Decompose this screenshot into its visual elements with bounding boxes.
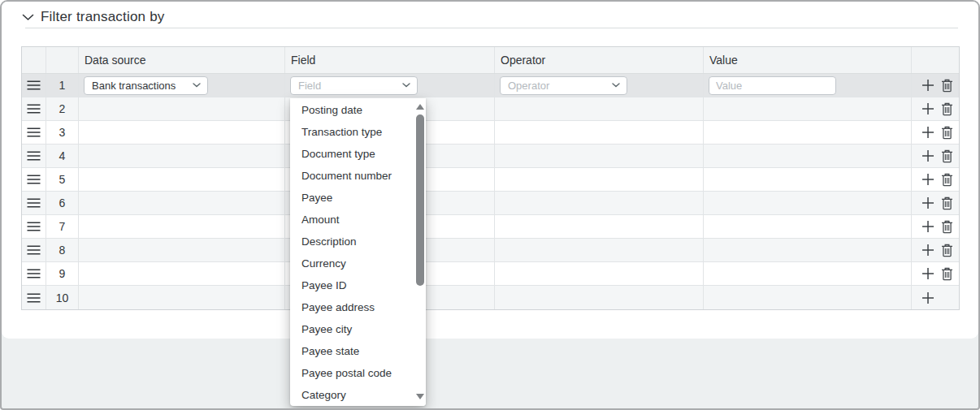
add-row-button[interactable] <box>920 242 936 258</box>
operator-cell <box>495 286 704 309</box>
drag-cell <box>22 262 46 285</box>
delete-row-button[interactable] <box>939 124 955 140</box>
data-source-select[interactable]: Bank transactions <box>84 76 208 95</box>
add-row-button[interactable] <box>920 218 936 235</box>
drag-handle-icon[interactable] <box>27 175 41 184</box>
delete-row-button[interactable] <box>939 242 955 258</box>
drag-handle-icon[interactable] <box>27 245 41 255</box>
dropdown-item[interactable]: Payee address <box>290 296 414 318</box>
trash-icon <box>941 267 953 281</box>
operator-select[interactable]: Operator <box>500 76 627 95</box>
dropdown-item[interactable]: Document number <box>290 165 414 187</box>
field-select[interactable]: Field <box>290 76 418 95</box>
drag-handle-icon[interactable] <box>27 151 41 161</box>
plus-icon <box>921 126 934 139</box>
plus-icon <box>921 149 934 162</box>
add-row-button[interactable] <box>920 124 936 140</box>
data-source-cell <box>79 262 285 285</box>
actions-cell <box>912 74 959 97</box>
delete-row-button[interactable] <box>939 171 955 188</box>
row-number: 9 <box>46 262 79 285</box>
add-row-button[interactable] <box>920 77 936 93</box>
chevron-down-icon[interactable] <box>22 14 34 21</box>
drag-handle-icon[interactable] <box>27 222 41 231</box>
drag-cell <box>22 215 46 238</box>
drag-handle-icon[interactable] <box>27 293 41 303</box>
value-cell <box>704 97 912 120</box>
table-row[interactable]: 6 <box>22 192 959 215</box>
drag-cell <box>22 145 46 167</box>
data-source-cell <box>79 121 285 144</box>
delete-row-button[interactable] <box>939 265 955 282</box>
drag-handle-icon[interactable] <box>27 104 41 114</box>
col-header-actions <box>912 47 959 73</box>
panel-header: Filter transaction by <box>2 2 978 25</box>
value-input[interactable] <box>709 76 836 95</box>
dropdown-item[interactable]: Document type <box>290 143 414 165</box>
delete-row-button[interactable] <box>939 148 955 164</box>
row-number: 7 <box>46 215 79 238</box>
operator-cell <box>495 262 704 285</box>
data-source-cell <box>79 239 285 261</box>
dropdown-item[interactable]: Payee <box>290 187 414 209</box>
delete-row-button[interactable] <box>939 101 955 117</box>
dropdown-scrollbar[interactable] <box>414 98 426 406</box>
add-row-button[interactable] <box>920 290 936 306</box>
data-source-cell <box>79 192 285 214</box>
table-row[interactable]: 7 <box>22 215 959 239</box>
add-row-button[interactable] <box>920 195 936 211</box>
delete-row-button[interactable] <box>939 195 955 211</box>
add-row-button[interactable] <box>920 171 936 188</box>
drag-handle-icon[interactable] <box>27 198 41 208</box>
dropdown-item[interactable]: Payee postal code <box>290 362 414 384</box>
row-number: 8 <box>46 239 79 261</box>
dropdown-item[interactable]: Posting date <box>290 99 414 121</box>
dropdown-item[interactable]: Payee ID <box>290 274 414 296</box>
trash-icon <box>941 196 953 210</box>
trash-icon <box>941 173 953 187</box>
dropdown-item[interactable]: Transaction type <box>290 121 414 143</box>
dropdown-item[interactable]: Description <box>290 231 414 252</box>
chevron-down-icon <box>402 83 410 88</box>
row-number: 6 <box>46 192 79 214</box>
table-header-row: Data source Field Operator Value <box>22 47 959 74</box>
col-header-value: Value <box>704 47 912 73</box>
triangle-down-icon[interactable] <box>416 394 424 399</box>
dropdown-item[interactable]: Payee state <box>290 340 414 362</box>
actions-cell <box>912 192 959 214</box>
field-select-placeholder: Field <box>298 80 321 92</box>
drag-cell <box>22 239 46 261</box>
data-source-cell <box>79 145 285 167</box>
drag-cell <box>22 168 46 191</box>
actions-cell <box>912 97 959 120</box>
plus-icon <box>921 173 934 186</box>
table-row[interactable]: 10 <box>22 286 959 309</box>
drag-cell <box>22 121 46 144</box>
dropdown-item[interactable]: Currency <box>290 252 414 274</box>
add-row-button[interactable] <box>920 101 936 117</box>
operator-cell <box>495 239 704 261</box>
operator-cell <box>495 97 704 120</box>
value-cell <box>704 168 912 191</box>
table-row[interactable]: 2 <box>22 97 959 121</box>
dropdown-item[interactable]: Category <box>290 384 414 406</box>
table-row[interactable]: 8 <box>22 239 959 262</box>
dropdown-item[interactable]: Payee city <box>290 318 414 340</box>
drag-handle-icon[interactable] <box>27 127 41 137</box>
scrollbar-thumb[interactable] <box>416 114 424 286</box>
add-row-button[interactable] <box>920 265 936 282</box>
drag-handle-icon[interactable] <box>27 269 41 278</box>
actions-cell <box>912 262 959 285</box>
dropdown-item[interactable]: Amount <box>290 209 414 231</box>
drag-handle-icon[interactable] <box>27 80 41 90</box>
table-row[interactable]: 4 <box>22 145 959 168</box>
plus-icon <box>921 196 934 209</box>
triangle-up-icon[interactable] <box>416 104 424 110</box>
table-row[interactable]: 3 <box>22 121 959 145</box>
table-row-1[interactable]: 1 Bank transactions Field <box>22 74 959 97</box>
delete-row-button[interactable] <box>939 218 955 235</box>
delete-row-button[interactable] <box>939 77 955 93</box>
table-row[interactable]: 9 <box>22 262 959 286</box>
table-row[interactable]: 5 <box>22 168 959 192</box>
add-row-button[interactable] <box>920 148 936 164</box>
